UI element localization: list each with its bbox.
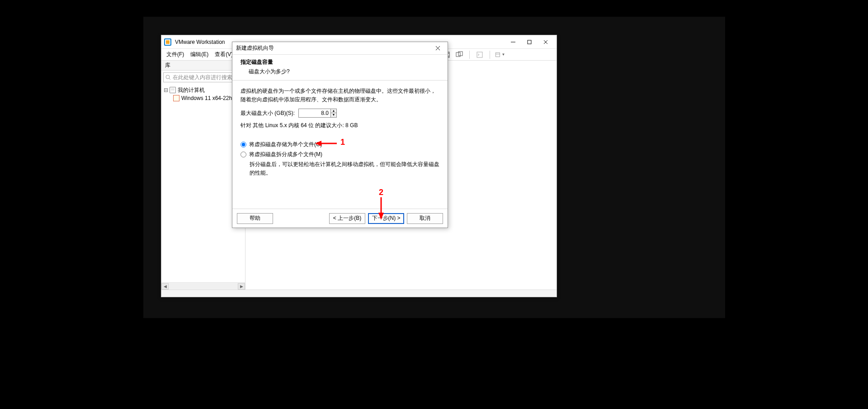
dialog-body: 虚拟机的硬盘作为一个或多个文件存储在主机的物理磁盘中。这些文件最初很小，随着您向… [232,81,448,209]
spin-up-button[interactable]: ▲ [330,109,337,113]
radio-split-files[interactable]: 将虚拟磁盘拆分成多个文件(M) [241,150,439,159]
disk-size-label: 最大磁盘大小 (GB)(S): [241,109,295,118]
new-vm-wizard-dialog: 新建虚拟机向导 指定磁盘容量 磁盘大小为多少? 虚拟机的硬盘作为一个或多个文件存… [232,42,448,228]
layout-icon[interactable]: ▼ [495,50,505,60]
cancel-button[interactable]: 取消 [407,213,443,224]
sidebar-title: 库 [165,62,170,69]
disk-size-input[interactable] [298,109,331,118]
vm-icon [173,95,179,101]
tree-root-my-computer[interactable]: ⊟ 我的计算机 [163,86,243,94]
back-button[interactable]: < 上一步(B) [329,213,365,224]
svg-rect-22 [496,52,500,57]
tree-item-windows11[interactable]: Windows 11 x64-22h2 [163,94,243,102]
scroll-right-button[interactable]: ▶ [238,283,245,290]
toolbar-separator [469,51,470,59]
scroll-track[interactable] [169,283,238,290]
sidebar-h-scrollbar[interactable]: ◀ ▶ [161,282,245,290]
tree-item-label: Windows 11 x64-22h2 [181,95,235,101]
stage: VMware Workstation 文件(F) 编辑(E) 查看(V) 虚拟机… [0,0,868,409]
minimize-button[interactable] [505,37,521,48]
next-button[interactable]: 下一步(N) > [368,213,404,224]
spin-down-button[interactable]: ▼ [330,113,337,118]
svg-rect-1 [528,40,531,44]
close-button[interactable] [538,37,554,48]
dialog-titlebar: 新建虚拟机向导 [232,42,448,55]
radio-single-file-label: 将虚拟磁盘存储为单个文件(O) [249,140,322,149]
dialog-close-button[interactable] [431,43,444,53]
radio-split-files-label: 将虚拟磁盘拆分成多个文件(M) [249,150,322,159]
tree-collapse-icon[interactable]: ⊟ [163,87,169,93]
disk-size-spinner: ▲ ▼ [298,109,337,118]
radio-single-file-input[interactable] [241,142,246,147]
spinner-buttons: ▲ ▼ [330,109,337,118]
tree-root-label: 我的计算机 [178,86,205,94]
dialog-subheading: 磁盘大小为多少? [241,68,439,76]
dialog-header: 指定磁盘容量 磁盘大小为多少? [232,55,448,81]
console-icon[interactable] [475,50,485,60]
search-icon [165,75,171,80]
help-button[interactable]: 帮助 [237,213,273,224]
menu-file[interactable]: 文件(F) [163,49,187,60]
menu-edit[interactable]: 编辑(E) [187,49,212,60]
svg-rect-21 [477,52,482,57]
radio-split-files-input[interactable] [241,152,246,157]
dialog-footer: 帮助 < 上一步(B) 下一步(N) > 取消 [232,209,448,228]
unity-icon[interactable] [454,50,464,60]
dialog-heading: 指定磁盘容量 [241,58,439,66]
dialog-title: 新建虚拟机向导 [236,44,274,52]
disk-description-text: 虚拟机的硬盘作为一个或多个文件存储在主机的物理磁盘中。这些文件最初很小，随着您向… [241,87,439,104]
split-description-text: 拆分磁盘后，可以更轻松地在计算机之间移动虚拟机，但可能会降低大容量磁盘的性能。 [241,160,439,177]
search-input[interactable]: 在此处键入内容进行搜索 [163,72,235,82]
svg-point-24 [166,75,170,79]
search-placeholder: 在此处键入内容进行搜索 [173,74,232,81]
dropdown-caret-icon: ▼ [501,52,505,57]
disk-size-row: 最大磁盘大小 (GB)(S): ▲ ▼ [241,109,439,118]
vmware-app-icon [164,38,171,46]
maximize-button[interactable] [521,37,538,48]
svg-line-25 [169,78,170,80]
recommended-size-text: 针对 其他 Linux 5.x 内核 64 位 的建议大小: 8 GB [241,121,439,130]
window-controls [505,37,554,48]
window-title: VMware Workstation [175,39,225,45]
computer-icon [170,87,176,93]
close-icon [435,46,440,51]
scroll-left-button[interactable]: ◀ [161,283,169,290]
radio-single-file[interactable]: 将虚拟磁盘存储为单个文件(O) [241,140,439,149]
status-bar [161,290,557,297]
screenshot-frame: VMware Workstation 文件(F) 编辑(E) 查看(V) 虚拟机… [143,17,725,318]
toolbar-separator [490,51,490,59]
